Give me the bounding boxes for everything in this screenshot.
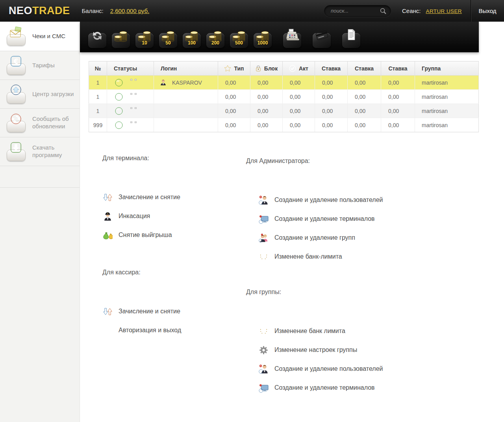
col-act[interactable]: Акт	[283, 61, 315, 76]
login-cell[interactable]	[154, 90, 218, 104]
status-cell	[107, 76, 154, 90]
section-terminal: Для терминала: Зачисление и снятие Инкас…	[102, 155, 180, 248]
stake-value-3: 0,00	[381, 76, 415, 90]
col-stake-2[interactable]: Ставка	[348, 61, 381, 76]
table-row[interactable]: 999 0,00 0,00 0,00 0,00 0,00 0,00	[89, 118, 479, 132]
menu-item-auth-logout[interactable]: Авторизация и выход	[102, 325, 181, 336]
login-cell[interactable]	[154, 118, 218, 132]
menu-item-bank-limit[interactable]: Изменене банк-лимита	[246, 251, 383, 262]
top-bar: NEOTRADE Баланс: 2,600,000 руб. Сеанс: A…	[0, 0, 504, 22]
menu-item-deposit-withdraw[interactable]: Зачисление и снятие	[102, 192, 180, 203]
toolbar-button-cash-register[interactable]	[282, 25, 302, 49]
toolbar-button-coins-50[interactable]: 50	[158, 25, 178, 49]
stake-value-2: 0,00	[348, 118, 381, 132]
brand-logo[interactable]: NEOTRADE	[9, 5, 70, 17]
star-icon	[224, 65, 231, 72]
toolbar-button-coins-1000[interactable]: 1000	[253, 25, 272, 49]
menu-item-users-manage[interactable]: Создание и удаление пользователей	[246, 363, 383, 374]
menu-item-groups-manage[interactable]: Создание и удаление групп	[246, 232, 383, 243]
section-group: Для группы: Изменение банк лимита Измене…	[246, 289, 383, 401]
sidebar-item-label: Тарифы	[32, 62, 55, 69]
type-value: 0,00	[218, 76, 250, 90]
table-row[interactable]: 1 0,00 0,00 0,00 0,00 0,00 0,00	[89, 104, 479, 118]
col-block[interactable]: Блок	[250, 61, 283, 76]
app-window: NEOTRADE Баланс: 2,600,000 руб. Сеанс: A…	[0, 0, 504, 422]
main-layout: Чеки и СМС Тарифы Центр загрузки Сообщит…	[0, 22, 504, 422]
menu-item-terminals-manage[interactable]: Создание и удаление терминалов	[246, 382, 383, 393]
table-header-row: № Статусы Логин Тип Блок Акт	[89, 61, 479, 76]
users-manage-icon	[259, 195, 269, 205]
terminals-manage-icon	[259, 214, 269, 224]
content-area: № Статусы Логин Тип Блок Акт	[80, 61, 479, 422]
col-stake-3[interactable]: Ставка	[381, 61, 415, 76]
session: Сеанс: ARTUR USER	[402, 7, 462, 14]
green-ball-icon	[115, 79, 123, 87]
type-value: 0,00	[218, 90, 250, 104]
sidebar-item-label: Центр загрузки	[32, 91, 74, 98]
brand-neo: NEO	[9, 5, 32, 17]
auth-logout-icon	[103, 326, 113, 335]
sidebar-item-tarify[interactable]: Тарифы	[0, 51, 80, 80]
magnet-icon	[129, 107, 138, 115]
refresh-icon	[91, 29, 104, 43]
login-cell[interactable]: KASPAROV	[154, 76, 218, 90]
login-text: KASPAROV	[172, 80, 202, 86]
balance-label: Баланс:	[82, 7, 104, 14]
sidebar-item-skachat-programmu[interactable]: Скачать программу	[0, 137, 80, 166]
coin-value-label: 50	[158, 40, 178, 46]
sidebar: Чеки и СМС Тарифы Центр загрузки Сообщит…	[0, 22, 80, 422]
toolbar-button-coins-100[interactable]: 100	[182, 25, 202, 49]
toolbar-button-coins-500[interactable]: 500	[229, 25, 249, 49]
toolbar-button-coins-10[interactable]: 10	[135, 25, 154, 49]
table-row-selected[interactable]: 1 KASPAROV 0,00 0,00 0,00 0,00 0,	[89, 76, 479, 90]
toolbar-button-coins[interactable]	[111, 25, 131, 49]
col-group[interactable]: Группа	[415, 61, 479, 76]
toolbar-button-refresh[interactable]	[87, 25, 107, 49]
col-login[interactable]: Логин	[154, 61, 218, 76]
toolbar-button-document[interactable]	[341, 25, 361, 49]
menu-item-winnings[interactable]: Снятие выйгрыша	[102, 230, 180, 241]
col-number[interactable]: №	[89, 61, 107, 76]
menu-item-terminals-manage[interactable]: Создание и удаление терминалов	[246, 213, 383, 224]
sidebar-item-soobshit-ob-obnovlenii[interactable]: Сообщить об обновлении	[0, 109, 80, 137]
menu-item-deposit-withdraw[interactable]: Зачисление и снятие	[102, 306, 181, 317]
stake-value-3: 0,00	[381, 104, 415, 118]
col-stake-1[interactable]: Ставка	[315, 61, 348, 76]
toolbar-button-credit-card[interactable]	[312, 25, 332, 49]
sidebar-item-label: Чеки и СМС	[32, 33, 65, 40]
col-statuses[interactable]: Статусы	[107, 61, 154, 76]
bank-limit-icon	[259, 326, 269, 336]
balance-link[interactable]: 2,600,000 руб.	[110, 7, 150, 14]
search-icon[interactable]	[380, 7, 387, 15]
session-user-link[interactable]: ARTUR USER	[426, 8, 462, 14]
download-program-icon	[9, 141, 23, 155]
green-ball-icon	[115, 107, 123, 115]
menu-item-group-settings[interactable]: Изменение настроек группы	[246, 344, 383, 355]
section-cashier: Для кассира: Зачисление и снятие Авториз…	[102, 269, 181, 344]
row-number: 1	[89, 104, 107, 118]
coin-value-label: 100	[182, 40, 202, 46]
sidebar-empty-cell	[0, 166, 80, 188]
table-row[interactable]: 1 0,00 0,00 0,00 0,00 0,00 0,00	[89, 90, 479, 104]
brand-trade: TRADE	[32, 5, 70, 17]
stake-value-2: 0,00	[348, 90, 381, 104]
login-cell[interactable]	[154, 104, 218, 118]
section-title: Для группы:	[246, 289, 383, 296]
magnet-icon	[129, 121, 138, 129]
toolbar-button-coins-200[interactable]: 200	[206, 25, 225, 49]
menu-item-collection[interactable]: Инкасация	[102, 211, 180, 222]
col-type[interactable]: Тип	[218, 61, 250, 76]
type-value: 0,00	[218, 104, 250, 118]
section-title: Для Администратора:	[246, 157, 383, 165]
stake-value-1: 0,00	[315, 104, 348, 118]
menu-item-users-manage[interactable]: Создание и удаление пользователей	[246, 194, 383, 205]
users-table: № Статусы Логин Тип Блок Акт	[89, 61, 479, 132]
euro-tariffs-icon	[9, 55, 23, 69]
sidebar-item-centr-zagruzki[interactable]: Центр загрузки	[0, 80, 80, 109]
logout-button[interactable]: Выход	[471, 7, 504, 14]
menu-item-bank-limit[interactable]: Изменение банк лимита	[246, 326, 383, 337]
sidebar-item-cheki-i-sms[interactable]: Чеки и СМС	[0, 22, 80, 51]
report-update-icon	[9, 113, 23, 126]
icon-base	[5, 84, 27, 104]
settings-icon	[259, 345, 269, 355]
